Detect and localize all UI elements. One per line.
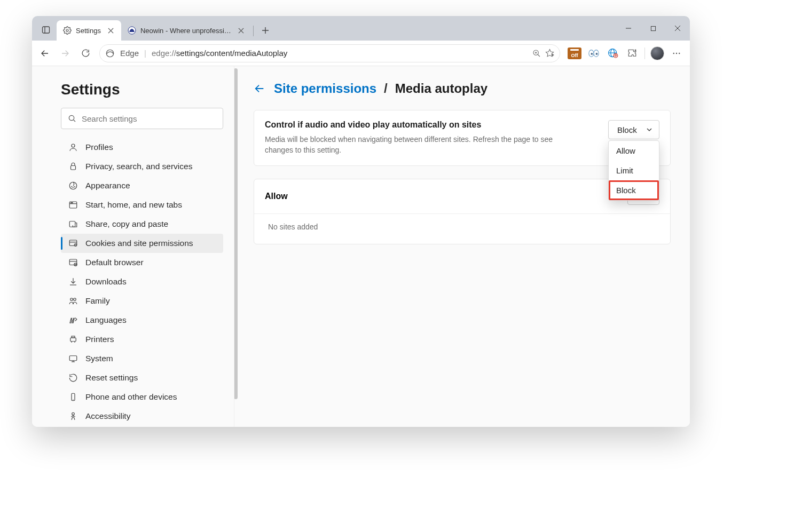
extensions-button[interactable] (625, 46, 639, 60)
settings-nav: ProfilesPrivacy, search, and servicesApp… (61, 138, 223, 426)
dropdown-option-limit[interactable]: Limit (609, 161, 659, 180)
svg-point-36 (69, 115, 74, 120)
sidebar-item-family[interactable]: Family (61, 291, 223, 311)
sidebar-item-label: Downloads (85, 277, 127, 287)
favorite-icon[interactable] (545, 49, 554, 58)
settings-sidebar: Settings ProfilesPrivacy, search, and se… (32, 66, 234, 427)
sidebar-item-label: Printers (85, 335, 114, 344)
breadcrumb-back-icon[interactable] (254, 83, 266, 94)
dropdown-option-allow[interactable]: Allow (609, 141, 659, 161)
sidebar-item-reset-settings[interactable]: Reset settings (61, 368, 223, 387)
sidebar-item-accessibility[interactable]: Accessibility (61, 407, 223, 426)
svg-rect-57 (72, 336, 75, 338)
more-button[interactable] (670, 46, 683, 60)
maximize-button[interactable] (641, 16, 665, 41)
sidebar-item-label: Phone and other devices (85, 392, 177, 402)
svg-point-27 (596, 53, 598, 55)
tab-strip: Settings Neowin - Where unprofessional (32, 16, 690, 41)
tab-neowin[interactable]: Neowin - Where unprofessional (121, 20, 251, 41)
sidebar-item-label: Start, home, and new tabs (85, 200, 182, 210)
profile-avatar[interactable] (650, 46, 664, 60)
close-icon[interactable] (235, 25, 247, 36)
svg-point-38 (72, 144, 75, 147)
sidebar-item-label: Reset settings (85, 373, 138, 383)
close-window-button[interactable] (665, 16, 690, 41)
svg-rect-11 (651, 26, 655, 30)
autoplay-dropdown[interactable]: Block (608, 120, 659, 139)
breadcrumb-current: Media autoplay (395, 81, 488, 96)
close-icon[interactable] (105, 25, 117, 36)
svg-rect-45 (69, 221, 75, 227)
svg-rect-56 (70, 338, 76, 342)
new-tab-button[interactable] (257, 22, 273, 38)
sidebar-item-profiles[interactable]: Profiles (61, 138, 223, 157)
zoom-icon[interactable] (532, 49, 541, 58)
svg-point-55 (74, 298, 76, 301)
sidebar-item-system[interactable]: System (61, 349, 223, 368)
browser-window: Settings Neowin - Where unprofessional (32, 16, 690, 427)
sidebar-item-label: Appearance (85, 181, 130, 190)
svg-point-65 (72, 412, 75, 415)
svg-point-35 (679, 52, 680, 53)
search-input[interactable] (82, 114, 216, 123)
control-description: Media will be blocked when navigating be… (265, 134, 575, 156)
svg-line-18 (538, 54, 540, 57)
sidebar-item-label: Cookies and site permissions (85, 239, 193, 248)
svg-point-2 (66, 29, 68, 31)
settings-heading: Settings (61, 81, 223, 98)
sidebar-item-label: Profiles (85, 142, 113, 152)
sidebar-item-languages[interactable]: Languages (61, 311, 223, 330)
nav-icon (68, 162, 78, 171)
tab-settings[interactable]: Settings (57, 20, 121, 41)
refresh-button[interactable] (76, 44, 95, 63)
settings-main: Site permissions / Media autoplay Contro… (234, 66, 690, 427)
toolbar-right: Off (564, 46, 687, 60)
breadcrumb-parent-link[interactable]: Site permissions (274, 81, 376, 96)
sidebar-item-privacy-search-and-services[interactable]: Privacy, search, and services (61, 157, 223, 176)
extension-eyes-icon[interactable] (587, 46, 601, 60)
sidebar-item-printers[interactable]: Printers (61, 330, 223, 349)
sidebar-item-share-copy-and-paste[interactable]: Share, copy and paste (61, 215, 223, 234)
svg-point-16 (106, 50, 114, 57)
nav-icon (68, 296, 78, 306)
svg-rect-39 (71, 166, 76, 170)
svg-point-33 (673, 52, 674, 53)
sidebar-item-label: Accessibility (85, 411, 130, 421)
allow-empty-text: No sites added (254, 214, 670, 244)
edge-logo-icon (105, 49, 115, 58)
tab-actions-icon[interactable] (35, 19, 57, 41)
settings-search[interactable] (61, 108, 223, 129)
gear-icon (63, 26, 72, 35)
svg-point-43 (71, 202, 72, 203)
nav-icon (68, 392, 78, 402)
minimize-button[interactable] (616, 16, 641, 41)
sidebar-item-start-home-and-new-tabs[interactable]: Start, home, and new tabs (61, 195, 223, 215)
nav-icon (68, 181, 78, 190)
sidebar-item-appearance[interactable]: Appearance (61, 176, 223, 195)
svg-point-34 (676, 52, 677, 53)
chevron-down-icon (646, 126, 652, 133)
dropdown-option-block[interactable]: Block (609, 180, 659, 200)
sidebar-item-label: Family (85, 296, 110, 306)
extension-off-icon[interactable]: Off (568, 46, 581, 60)
sidebar-item-label: Default browser (85, 258, 144, 267)
svg-rect-0 (43, 27, 50, 33)
back-button[interactable] (35, 44, 54, 63)
sidebar-item-phone-and-other-devices[interactable]: Phone and other devices (61, 387, 223, 407)
sidebar-item-label: Languages (85, 315, 127, 325)
forward-button[interactable] (56, 44, 75, 63)
svg-point-26 (591, 53, 593, 55)
control-title: Control if audio and video play automati… (265, 120, 597, 130)
extension-globe-icon[interactable] (606, 46, 620, 60)
dropdown-value: Block (617, 125, 637, 134)
address-url: edge://settings/content/mediaAutoplay (152, 49, 527, 58)
window-controls (616, 16, 690, 41)
nav-icon (68, 200, 78, 210)
sidebar-item-cookies-and-site-permissions[interactable]: Cookies and site permissions (61, 234, 223, 253)
address-bar[interactable]: Edge | edge://settings/content/mediaAuto… (99, 44, 560, 62)
sidebar-item-default-browser[interactable]: Default browser (61, 253, 223, 272)
svg-rect-60 (69, 356, 77, 361)
nav-icon (68, 315, 78, 325)
tab-title: Neowin - Where unprofessional (140, 27, 231, 35)
sidebar-item-downloads[interactable]: Downloads (61, 272, 223, 291)
